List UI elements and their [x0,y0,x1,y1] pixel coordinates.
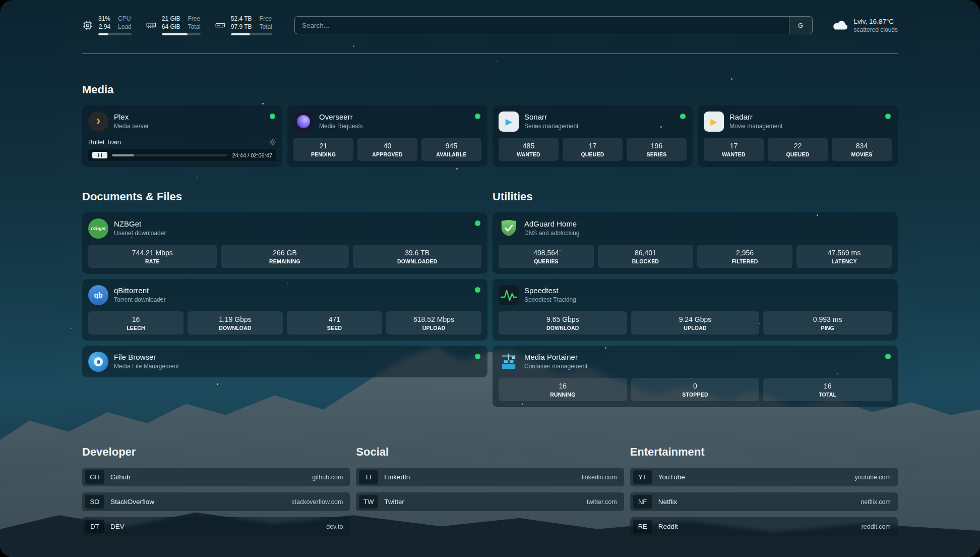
app-card-overseerr[interactable]: Overseerr Media Requests 21 PENDING 40 A… [287,105,487,167]
stat-label: UPLOAD [388,325,479,331]
stat-total: 16 TOTAL [763,378,892,401]
app-card-qbittorrent[interactable]: qb qBittorrent Torrent downloader 16 LEE… [82,279,487,341]
section-media: Media › Plex Media server [82,83,898,167]
bookmark-youtube[interactable]: YT YouTube youtube.com [630,468,898,486]
app-name: qBittorrent [114,286,166,295]
bookmark-name: DEV [110,523,125,530]
weather-widget: Lviv, 16.87°C scattered clouds [831,18,898,33]
stat-wanted: 17 WANTED [704,138,764,161]
playback-bar[interactable]: 24:44 / 02:06:47 [88,149,276,161]
section-utilities: Utilities [493,190,898,412]
stat-label: QUEUED [770,151,826,157]
stat-label: LATENCY [799,258,890,264]
app-name: Plex [114,113,149,121]
bookmark-twitter[interactable]: TW Twitter twitter.com [356,492,624,511]
bookmark-netflix[interactable]: NF Netflix netflix.com [630,492,898,511]
speedtest-icon [499,285,519,305]
bookmark-url: youtube.com [854,474,891,481]
bookmark-name: StackOverflow [110,498,154,506]
stat-ping: 0.993 ms PING [763,311,892,335]
dashboard-screen: 31% 2.94 CPU Load [0,0,980,557]
stat-value: 9.65 Gbps [501,315,625,323]
bookmark-stackoverflow[interactable]: SO StackOverflow stackoverflow.com [82,492,350,511]
app-subtitle: Speedtest Tracking [524,296,576,303]
stat-label: WANTED [706,151,762,157]
stat-download: 9.65 Gbps DOWNLOAD [499,311,627,335]
stat-running: 16 RUNNING [499,378,627,401]
bookmark-linkedin[interactable]: LI LinkedIn linkedin.com [356,468,624,486]
app-card-speedtest[interactable]: Speedtest Speedtest Tracking 9.65 Gbps D… [493,279,898,341]
app-card-radarr[interactable]: ▶ Radarr Movie management 17 WANTED [698,105,898,167]
bookmark-url: stackoverflow.com [291,498,343,506]
stat-value: 16 [501,382,625,390]
app-name: Speedtest [524,286,576,295]
stat-value: 86,401 [600,249,691,257]
stat-label: DOWNLOADED [355,258,479,264]
cpu-load-label: Load [118,23,132,31]
stat-label: QUERIES [501,258,592,264]
twitter-chip-icon: TW [359,495,378,509]
portainer-icon [499,352,519,372]
app-subtitle: Movie management [729,123,782,130]
cpu-percent: 31% [98,15,110,23]
app-card-portainer[interactable]: Media Portainer Container management 16 … [493,346,898,407]
stat-value: 834 [834,142,890,150]
bookmark-name: Github [110,473,131,481]
app-card-nzbget[interactable]: nzbget NZBGet Usenet downloader 744.21 M… [82,212,487,274]
app-card-adguard[interactable]: AdGuard Home DNS and adblocking 498,564 … [493,212,898,274]
bookmark-github[interactable]: GH Github github.com [82,468,350,486]
pause-button[interactable] [92,152,107,158]
stat-value: 618.52 Mbps [388,315,479,323]
stat-available: 945 AVAILABLE [421,138,481,161]
section-documents: Documents & Files nzbget NZBGet Usenet d… [82,190,487,412]
radarr-play-glyph: ▶ [710,118,717,126]
reddit-chip-icon: RE [633,520,652,533]
playback-track[interactable] [112,154,227,156]
stat-label: APPROVED [359,151,415,157]
stat-label: SEED [289,325,380,331]
section-title-utilities: Utilities [493,190,898,203]
adguard-icon [499,218,519,239]
weather-location: Lviv, 16.87°C [854,18,898,25]
stat-series: 196 SERIES [627,138,687,161]
disk-free: 52.4 TB [231,15,252,23]
stat-movies: 834 MOVIES [832,138,892,161]
bookmark-name: LinkedIn [384,473,410,481]
app-name: Overseerr [319,113,363,121]
section-title-entertainment: Entertainment [630,445,898,459]
linkedin-chip-icon: LI [359,470,378,484]
search-engine-button[interactable]: G [789,17,812,34]
bookmark-url: linkedin.com [582,474,617,481]
stat-label: RATE [90,258,215,264]
stat-label: DOWNLOAD [190,325,281,331]
stat-value: 744.21 Mbps [90,249,215,257]
search-input[interactable] [295,17,789,34]
now-playing-widget: Bullet Train 24:44 / 02:06:47 [88,138,276,161]
stat-value: 2,956 [699,249,790,257]
sonarr-play-glyph: ▶ [505,118,512,126]
section-title-developer: Developer [82,445,350,459]
bookmark-reddit[interactable]: RE Reddit reddit.com [630,517,898,536]
app-card-sonarr[interactable]: ▶ Sonarr Series management 485 WANTED [493,105,693,167]
bookmark-name: Twitter [384,498,404,506]
app-subtitle: DNS and adblocking [524,230,579,237]
gear-icon[interactable] [269,138,276,146]
bookmark-dev-to[interactable]: DT DEV dev.to [82,517,350,536]
stat-stopped: 0 STOPPED [631,378,760,401]
ram-progress-bar [162,33,201,35]
section-title-social: Social [356,445,624,459]
plex-chevron-glyph: › [96,114,101,128]
app-card-plex[interactable]: › Plex Media server Bullet Train [82,105,282,167]
disk-progress-bar [231,33,272,35]
app-card-filebrowser[interactable]: File Browser Media File Management [82,346,487,377]
ram-icon [146,20,157,31]
stat-rate: 744.21 Mbps RATE [88,245,217,268]
stat-value: 1.19 Gbps [190,315,281,323]
stat-wanted: 485 WANTED [499,138,559,161]
stat-value: 17 [565,142,621,150]
github-chip-icon: GH [85,470,104,484]
stat-value: 945 [423,142,479,150]
app-name: NZBGet [114,219,166,228]
section-title-media: Media [82,83,898,96]
ram-usage-widget: 21 GiB 64 GiB Free Total [146,15,201,35]
